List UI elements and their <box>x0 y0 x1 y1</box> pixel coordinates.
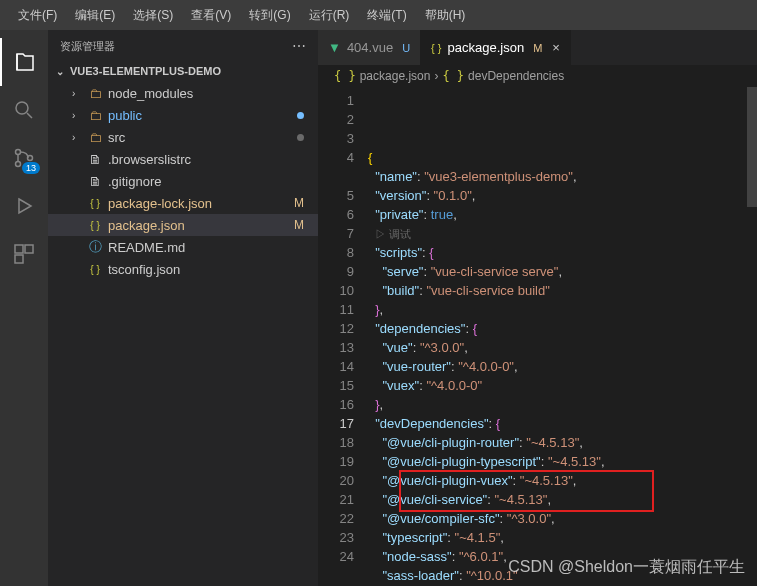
more-icon[interactable]: ⋯ <box>292 38 306 54</box>
menu-item[interactable]: 转到(G) <box>241 3 298 28</box>
run-debug-icon[interactable] <box>0 182 48 230</box>
menu-item[interactable]: 帮助(H) <box>417 3 474 28</box>
editor-body[interactable]: 123456789101112131415161718192021222324 … <box>318 87 757 586</box>
sidebar-title: 资源管理器 <box>60 39 115 54</box>
editor-area: ▼404.vueU{ }package.jsonM× { } package.j… <box>318 30 757 586</box>
folder-icon: 🗀 <box>87 108 103 123</box>
tab[interactable]: ▼404.vueU <box>318 30 421 65</box>
menu-item[interactable]: 查看(V) <box>183 3 239 28</box>
vue-icon: ▼ <box>328 40 341 55</box>
tree-item[interactable]: ›🗀src <box>48 126 318 148</box>
sidebar-actions: ⋯ <box>292 38 306 54</box>
file-icon: 🗎 <box>87 174 103 189</box>
tree-item[interactable]: ⓘREADME.md <box>48 236 318 258</box>
folder-icon: 🗀 <box>87 86 103 101</box>
json-icon: { } <box>442 69 464 83</box>
tree-item[interactable]: { }package.jsonM <box>48 214 318 236</box>
close-icon[interactable]: × <box>552 40 560 55</box>
menubar: 文件(F)编辑(E)选择(S)查看(V)转到(G)运行(R)终端(T)帮助(H) <box>0 0 757 30</box>
file-tree: ›🗀node_modules›🗀public›🗀src🗎.browserslis… <box>48 80 318 280</box>
scm-badge: 13 <box>22 162 40 174</box>
tree-item[interactable]: ›🗀node_modules <box>48 82 318 104</box>
svg-point-2 <box>16 162 21 167</box>
scrollbar[interactable] <box>747 87 757 586</box>
readme-icon: ⓘ <box>87 238 103 256</box>
file-icon: 🗎 <box>87 152 103 167</box>
menu-item[interactable]: 终端(T) <box>359 3 414 28</box>
sidebar: 资源管理器 ⋯ ⌄ VUE3-ELEMENTPLUS-DEMO ›🗀node_m… <box>48 30 318 586</box>
json-icon: { } <box>431 42 441 54</box>
tree-item[interactable]: ›🗀public <box>48 104 318 126</box>
json-icon: { } <box>87 264 103 275</box>
source-control-icon[interactable]: 13 <box>0 134 48 182</box>
json-icon: { } <box>334 69 356 83</box>
tree-item[interactable]: { }package-lock.jsonM <box>48 192 318 214</box>
chevron-down-icon: ⌄ <box>56 66 66 77</box>
menu-item[interactable]: 编辑(E) <box>67 3 123 28</box>
svg-rect-6 <box>15 255 23 263</box>
breadcrumbs[interactable]: { } package.json › { } devDependencies <box>318 65 757 87</box>
json-icon: { } <box>87 198 103 209</box>
extensions-icon[interactable] <box>0 230 48 278</box>
activity-bar: 13 <box>0 30 48 586</box>
chevron-right-icon: › <box>434 69 438 83</box>
watermark: CSDN @Sheldon一蓑烟雨任平生 <box>508 557 745 578</box>
folder-icon: 🗀 <box>87 130 103 145</box>
tab[interactable]: { }package.jsonM× <box>421 30 571 65</box>
svg-point-0 <box>16 102 28 114</box>
tree-item[interactable]: { }tsconfig.json <box>48 258 318 280</box>
json-icon: { } <box>87 220 103 231</box>
menu-item[interactable]: 选择(S) <box>125 3 181 28</box>
explorer-icon[interactable] <box>0 38 48 86</box>
svg-point-1 <box>16 150 21 155</box>
tabs: ▼404.vueU{ }package.jsonM× <box>318 30 757 65</box>
search-icon[interactable] <box>0 86 48 134</box>
tree-item[interactable]: 🗎.browserslistrc <box>48 148 318 170</box>
gutter: 123456789101112131415161718192021222324 <box>318 87 368 586</box>
explorer-root[interactable]: ⌄ VUE3-ELEMENTPLUS-DEMO <box>48 62 318 80</box>
code[interactable]: { "name": "vue3-elementplus-demo", "vers… <box>368 87 747 586</box>
tree-item[interactable]: 🗎.gitignore <box>48 170 318 192</box>
menu-item[interactable]: 运行(R) <box>301 3 358 28</box>
menu-item[interactable]: 文件(F) <box>10 3 65 28</box>
svg-rect-5 <box>25 245 33 253</box>
svg-rect-4 <box>15 245 23 253</box>
